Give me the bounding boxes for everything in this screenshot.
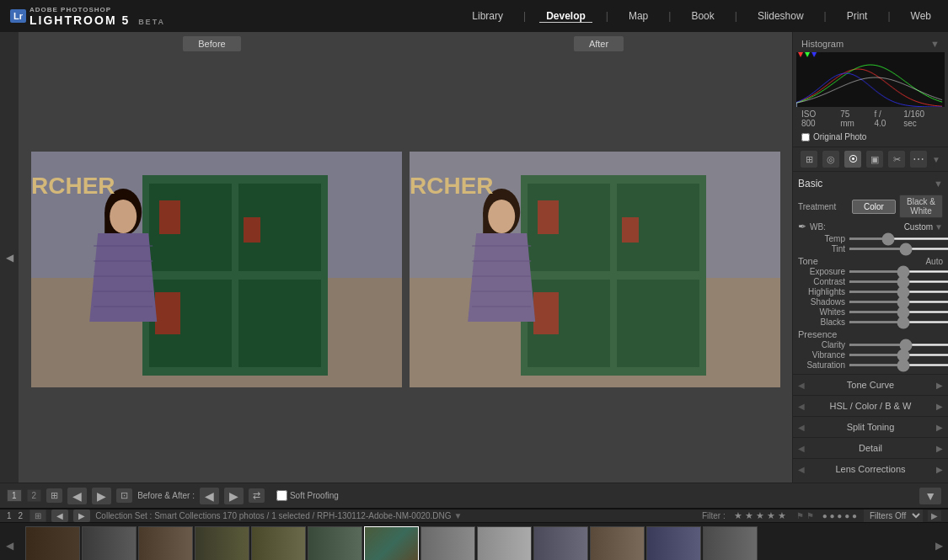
left-panel-toggle[interactable]: ◀ bbox=[6, 252, 13, 264]
split-toning-header[interactable]: ◀ Split Toning ▶ bbox=[798, 419, 943, 435]
grid-tool-icon[interactable]: ⊞ bbox=[801, 151, 817, 168]
app-name: LIGHTROOM 5 BETA bbox=[29, 13, 165, 27]
thumb-10[interactable] bbox=[533, 526, 588, 560]
blacks-slider[interactable] bbox=[849, 321, 948, 323]
prev-nav-button[interactable]: ◀ bbox=[67, 488, 87, 504]
filmstrip-prev-button[interactable]: ◀ bbox=[51, 509, 68, 522]
filmstrip-right-arrow[interactable]: ▶ bbox=[935, 540, 943, 552]
gradient-tool-icon[interactable]: ✂ bbox=[888, 151, 905, 168]
thumb-11[interactable] bbox=[590, 526, 645, 560]
adjustment-tool-icon[interactable]: ⋯ bbox=[910, 151, 927, 168]
crop-tool-icon[interactable]: ◎ bbox=[822, 151, 839, 168]
thumb-12[interactable] bbox=[646, 526, 701, 560]
swap-button[interactable]: ⇄ bbox=[249, 488, 265, 503]
filter-label: Filter : bbox=[702, 511, 726, 520]
hsl-header[interactable]: ◀ HSL / Color / B & W ▶ bbox=[798, 398, 943, 413]
color-treatment-button[interactable]: Color bbox=[852, 200, 896, 214]
hsl-title: HSL / Color / B & W bbox=[830, 401, 912, 411]
grid-view-button[interactable]: ⊞ bbox=[46, 488, 62, 503]
nav-book[interactable]: Book bbox=[684, 10, 720, 22]
nav-print[interactable]: Print bbox=[840, 10, 875, 22]
vibrance-slider[interactable] bbox=[849, 354, 948, 356]
prev-reset-row: Previous Reset bbox=[793, 479, 948, 483]
original-photo-checkbox[interactable] bbox=[801, 133, 810, 141]
thumb-6[interactable] bbox=[308, 526, 362, 560]
nav-web[interactable]: Web bbox=[904, 10, 938, 22]
filmstrip-toggle-button[interactable]: ▼ bbox=[919, 488, 941, 504]
lens-corrections-title: Lens Corrections bbox=[835, 464, 905, 474]
highlights-label: Highlights bbox=[798, 287, 849, 296]
thumb-8[interactable] bbox=[420, 526, 475, 560]
contrast-label: Contrast bbox=[798, 277, 849, 286]
panel-menu-icon[interactable]: ▼ bbox=[932, 155, 940, 164]
thumb-7-selected[interactable] bbox=[364, 526, 419, 560]
view-mode-1-button[interactable]: 1 bbox=[7, 489, 22, 502]
filters-dropdown[interactable]: Filters Off bbox=[864, 509, 923, 522]
before-prev-button[interactable]: ◀ bbox=[200, 488, 219, 504]
shutter-value: 1/160 sec bbox=[903, 109, 940, 128]
bw-treatment-button[interactable]: Black & White bbox=[899, 195, 943, 218]
before-next-button[interactable]: ▶ bbox=[224, 488, 244, 504]
thumb-4[interactable] bbox=[195, 526, 249, 560]
redeye-tool-icon[interactable]: ▣ bbox=[866, 151, 883, 168]
nav-develop[interactable]: Develop bbox=[539, 10, 592, 23]
contrast-slider[interactable] bbox=[849, 280, 948, 283]
thumbs-view-button[interactable]: ⊞ bbox=[29, 509, 46, 522]
after-button[interactable]: After bbox=[574, 36, 624, 51]
before-image-container bbox=[27, 64, 405, 474]
detail-title: Detail bbox=[859, 443, 882, 453]
view-mode-icon-1[interactable]: 1 bbox=[7, 511, 12, 520]
tint-slider[interactable] bbox=[849, 248, 948, 250]
filmstrip-left-arrow[interactable]: ◀ bbox=[6, 540, 13, 552]
next-nav-button[interactable]: ▶ bbox=[92, 488, 111, 504]
before-button[interactable]: Before bbox=[183, 36, 240, 51]
histogram-display bbox=[796, 52, 945, 107]
tone-curve-header[interactable]: ◀ Tone Curve ▶ bbox=[798, 377, 943, 392]
thumb-9[interactable] bbox=[477, 526, 532, 560]
after-image bbox=[410, 152, 780, 387]
blacks-label: Blacks bbox=[798, 317, 849, 327]
thumb-1[interactable] bbox=[25, 526, 80, 560]
aperture-value: f / 4.0 bbox=[874, 109, 895, 128]
wb-dropdown-icon[interactable]: ▼ bbox=[935, 222, 943, 232]
nav-slideshow[interactable]: Slideshow bbox=[751, 10, 811, 22]
temp-label: Temp bbox=[798, 234, 849, 243]
nav-library[interactable]: Library bbox=[465, 10, 510, 22]
detail-header[interactable]: ◀ Detail ▶ bbox=[798, 440, 943, 456]
lens-left-marker: ◀ bbox=[798, 465, 805, 474]
highlights-slider[interactable] bbox=[849, 291, 948, 293]
thumb-5[interactable] bbox=[251, 526, 306, 560]
shadows-label: Shadows bbox=[798, 297, 849, 307]
filename-dropdown[interactable]: ▼ bbox=[453, 511, 462, 520]
tone-curve-left-marker: ◀ bbox=[798, 381, 805, 390]
eyedropper-icon[interactable]: ✒ bbox=[798, 221, 806, 232]
thumb-2[interactable] bbox=[82, 526, 137, 560]
view-mode-2-button[interactable]: 2 bbox=[27, 489, 42, 502]
temp-slider[interactable] bbox=[849, 237, 948, 240]
hsl-left-marker: ◀ bbox=[798, 402, 805, 411]
tool-icons-row: ⊞ ◎ ⦿ ▣ ✂ ⋯ ▼ bbox=[793, 147, 948, 172]
clarity-slider[interactable] bbox=[849, 344, 948, 346]
lens-expand-icon: ▶ bbox=[936, 465, 943, 474]
saturation-label: Saturation bbox=[798, 360, 849, 370]
saturation-slider[interactable] bbox=[849, 364, 948, 366]
healing-tool-icon[interactable]: ⦿ bbox=[844, 151, 861, 168]
exposure-slider[interactable] bbox=[849, 270, 948, 273]
beta-label: BETA bbox=[138, 18, 165, 26]
whites-slider[interactable] bbox=[849, 311, 948, 313]
view-mode-icon-2[interactable]: 2 bbox=[19, 511, 24, 520]
histogram-expand[interactable]: ▼ bbox=[930, 39, 940, 49]
treatment-label: Treatment bbox=[798, 202, 849, 211]
hsl-section: ◀ HSL / Color / B & W ▶ bbox=[793, 395, 948, 416]
thumb-13[interactable] bbox=[703, 526, 758, 560]
center-area: Before After bbox=[19, 32, 792, 483]
basic-expand-icon[interactable]: ▼ bbox=[934, 179, 943, 189]
copy-button[interactable]: ⊡ bbox=[116, 488, 132, 503]
filter-expand-button[interactable]: ▶ bbox=[928, 510, 941, 521]
lens-corrections-header[interactable]: ◀ Lens Corrections ▶ bbox=[798, 461, 943, 477]
nav-map[interactable]: Map bbox=[622, 10, 655, 22]
shadows-slider[interactable] bbox=[849, 301, 948, 303]
thumb-3[interactable] bbox=[138, 526, 193, 560]
filmstrip-next-button[interactable]: ▶ bbox=[73, 509, 90, 522]
soft-proofing-checkbox[interactable] bbox=[276, 490, 287, 501]
